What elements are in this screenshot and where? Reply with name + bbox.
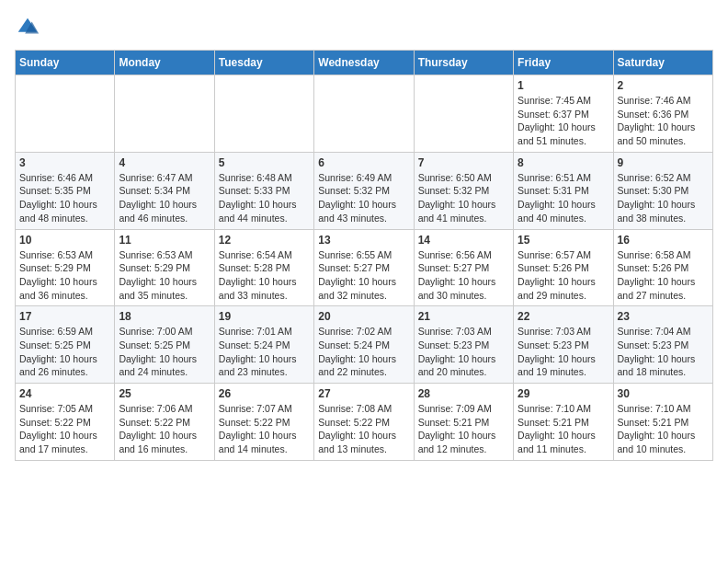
day-number: 17 [19, 310, 110, 323]
calendar-cell: 21Sunrise: 7:03 AM Sunset: 5:23 PM Dayli… [414, 306, 513, 384]
calendar-week-row: 3Sunrise: 6:46 AM Sunset: 5:35 PM Daylig… [16, 152, 713, 229]
day-info: Sunrise: 6:58 AM Sunset: 5:26 PM Dayligh… [618, 248, 709, 303]
calendar-cell: 20Sunrise: 7:02 AM Sunset: 5:24 PM Dayli… [314, 306, 414, 384]
calendar-cell: 22Sunrise: 7:03 AM Sunset: 5:23 PM Dayli… [514, 306, 613, 384]
day-number: 26 [219, 387, 310, 400]
weekday-header: Thursday [414, 51, 513, 75]
calendar-week-row: 17Sunrise: 6:59 AM Sunset: 5:25 PM Dayli… [16, 306, 713, 384]
day-number: 25 [119, 387, 210, 400]
day-number: 13 [318, 234, 409, 247]
calendar-cell: 15Sunrise: 6:57 AM Sunset: 5:26 PM Dayli… [514, 229, 613, 306]
day-number: 23 [618, 310, 709, 323]
day-number: 14 [418, 234, 509, 247]
day-number: 21 [418, 310, 509, 323]
day-number: 2 [618, 79, 709, 92]
calendar-cell: 26Sunrise: 7:07 AM Sunset: 5:22 PM Dayli… [214, 384, 313, 461]
weekday-header: Sunday [16, 51, 115, 75]
calendar-cell: 23Sunrise: 7:04 AM Sunset: 5:23 PM Dayli… [613, 306, 712, 384]
day-info: Sunrise: 7:10 AM Sunset: 5:21 PM Dayligh… [618, 402, 709, 456]
calendar-cell: 4Sunrise: 6:47 AM Sunset: 5:34 PM Daylig… [115, 152, 214, 229]
calendar-cell: 24Sunrise: 7:05 AM Sunset: 5:22 PM Dayli… [16, 384, 115, 461]
day-info: Sunrise: 6:49 AM Sunset: 5:32 PM Dayligh… [318, 171, 409, 225]
calendar-cell: 25Sunrise: 7:06 AM Sunset: 5:22 PM Dayli… [115, 384, 214, 461]
day-info: Sunrise: 6:57 AM Sunset: 5:26 PM Dayligh… [518, 248, 609, 303]
day-number: 16 [618, 234, 709, 247]
calendar-cell: 8Sunrise: 6:51 AM Sunset: 5:31 PM Daylig… [514, 152, 613, 229]
day-info: Sunrise: 7:03 AM Sunset: 5:23 PM Dayligh… [418, 325, 509, 379]
day-number: 5 [219, 156, 310, 169]
day-number: 28 [418, 387, 509, 400]
page-header [15, 15, 713, 40]
calendar-cell: 27Sunrise: 7:08 AM Sunset: 5:22 PM Dayli… [314, 384, 414, 461]
day-info: Sunrise: 7:07 AM Sunset: 5:22 PM Dayligh… [219, 402, 310, 456]
day-info: Sunrise: 6:53 AM Sunset: 5:29 PM Dayligh… [119, 248, 210, 303]
calendar-cell: 30Sunrise: 7:10 AM Sunset: 5:21 PM Dayli… [613, 384, 712, 461]
weekday-header: Friday [514, 51, 613, 75]
day-number: 27 [318, 387, 409, 400]
calendar-cell: 12Sunrise: 6:54 AM Sunset: 5:28 PM Dayli… [214, 229, 313, 306]
day-info: Sunrise: 6:52 AM Sunset: 5:30 PM Dayligh… [618, 171, 709, 225]
day-info: Sunrise: 6:55 AM Sunset: 5:27 PM Dayligh… [318, 248, 409, 303]
calendar-cell: 3Sunrise: 6:46 AM Sunset: 5:35 PM Daylig… [16, 152, 115, 229]
day-info: Sunrise: 6:53 AM Sunset: 5:29 PM Dayligh… [19, 248, 110, 303]
calendar-cell: 10Sunrise: 6:53 AM Sunset: 5:29 PM Dayli… [16, 229, 115, 306]
day-number: 8 [518, 156, 609, 169]
calendar-cell: 5Sunrise: 6:48 AM Sunset: 5:33 PM Daylig… [214, 152, 313, 229]
day-info: Sunrise: 6:46 AM Sunset: 5:35 PM Dayligh… [19, 171, 110, 225]
day-info: Sunrise: 7:10 AM Sunset: 5:21 PM Dayligh… [518, 402, 609, 456]
day-number: 30 [618, 387, 709, 400]
day-info: Sunrise: 6:51 AM Sunset: 5:31 PM Dayligh… [518, 171, 609, 225]
calendar-cell: 7Sunrise: 6:50 AM Sunset: 5:32 PM Daylig… [414, 152, 513, 229]
logo [15, 15, 44, 40]
day-info: Sunrise: 7:45 AM Sunset: 6:37 PM Dayligh… [518, 94, 609, 148]
day-number: 7 [418, 156, 509, 169]
day-info: Sunrise: 6:50 AM Sunset: 5:32 PM Dayligh… [418, 171, 509, 225]
day-info: Sunrise: 7:00 AM Sunset: 5:25 PM Dayligh… [119, 325, 210, 379]
calendar-cell [115, 75, 214, 153]
day-info: Sunrise: 6:59 AM Sunset: 5:25 PM Dayligh… [19, 325, 110, 379]
calendar-week-row: 24Sunrise: 7:05 AM Sunset: 5:22 PM Dayli… [16, 384, 713, 461]
calendar-week-row: 1Sunrise: 7:45 AM Sunset: 6:37 PM Daylig… [16, 75, 713, 153]
day-info: Sunrise: 7:02 AM Sunset: 5:24 PM Dayligh… [318, 325, 409, 379]
calendar-cell: 16Sunrise: 6:58 AM Sunset: 5:26 PM Dayli… [613, 229, 712, 306]
day-info: Sunrise: 7:04 AM Sunset: 5:23 PM Dayligh… [618, 325, 709, 379]
day-number: 20 [318, 310, 409, 323]
calendar-cell: 9Sunrise: 6:52 AM Sunset: 5:30 PM Daylig… [613, 152, 712, 229]
calendar-cell: 6Sunrise: 6:49 AM Sunset: 5:32 PM Daylig… [314, 152, 414, 229]
day-info: Sunrise: 6:56 AM Sunset: 5:27 PM Dayligh… [418, 248, 509, 303]
day-number: 15 [518, 234, 609, 247]
calendar-cell [16, 75, 115, 153]
calendar-cell: 17Sunrise: 6:59 AM Sunset: 5:25 PM Dayli… [16, 306, 115, 384]
day-number: 12 [219, 234, 310, 247]
day-number: 3 [19, 156, 110, 169]
day-number: 18 [119, 310, 210, 323]
calendar-cell: 29Sunrise: 7:10 AM Sunset: 5:21 PM Dayli… [514, 384, 613, 461]
day-info: Sunrise: 7:08 AM Sunset: 5:22 PM Dayligh… [318, 402, 409, 456]
day-info: Sunrise: 7:46 AM Sunset: 6:36 PM Dayligh… [618, 94, 709, 148]
day-number: 6 [318, 156, 409, 169]
day-info: Sunrise: 7:05 AM Sunset: 5:22 PM Dayligh… [19, 402, 110, 456]
calendar-cell: 13Sunrise: 6:55 AM Sunset: 5:27 PM Dayli… [314, 229, 414, 306]
calendar-cell: 19Sunrise: 7:01 AM Sunset: 5:24 PM Dayli… [214, 306, 313, 384]
calendar-cell: 2Sunrise: 7:46 AM Sunset: 6:36 PM Daylig… [613, 75, 712, 153]
calendar-cell [414, 75, 513, 153]
day-info: Sunrise: 6:47 AM Sunset: 5:34 PM Dayligh… [119, 171, 210, 225]
calendar-week-row: 10Sunrise: 6:53 AM Sunset: 5:29 PM Dayli… [16, 229, 713, 306]
day-number: 1 [518, 79, 609, 92]
day-number: 4 [119, 156, 210, 169]
calendar-cell: 11Sunrise: 6:53 AM Sunset: 5:29 PM Dayli… [115, 229, 214, 306]
calendar-cell [314, 75, 414, 153]
calendar-header-row: SundayMondayTuesdayWednesdayThursdayFrid… [16, 51, 713, 75]
day-number: 10 [19, 234, 110, 247]
weekday-header: Monday [115, 51, 214, 75]
day-number: 19 [219, 310, 310, 323]
calendar-cell: 1Sunrise: 7:45 AM Sunset: 6:37 PM Daylig… [514, 75, 613, 153]
day-info: Sunrise: 7:09 AM Sunset: 5:21 PM Dayligh… [418, 402, 509, 456]
calendar: SundayMondayTuesdayWednesdayThursdayFrid… [15, 50, 713, 461]
weekday-header: Saturday [613, 51, 712, 75]
day-number: 22 [518, 310, 609, 323]
day-info: Sunrise: 6:48 AM Sunset: 5:33 PM Dayligh… [219, 171, 310, 225]
weekday-header: Wednesday [314, 51, 414, 75]
calendar-cell: 28Sunrise: 7:09 AM Sunset: 5:21 PM Dayli… [414, 384, 513, 461]
day-number: 11 [119, 234, 210, 247]
